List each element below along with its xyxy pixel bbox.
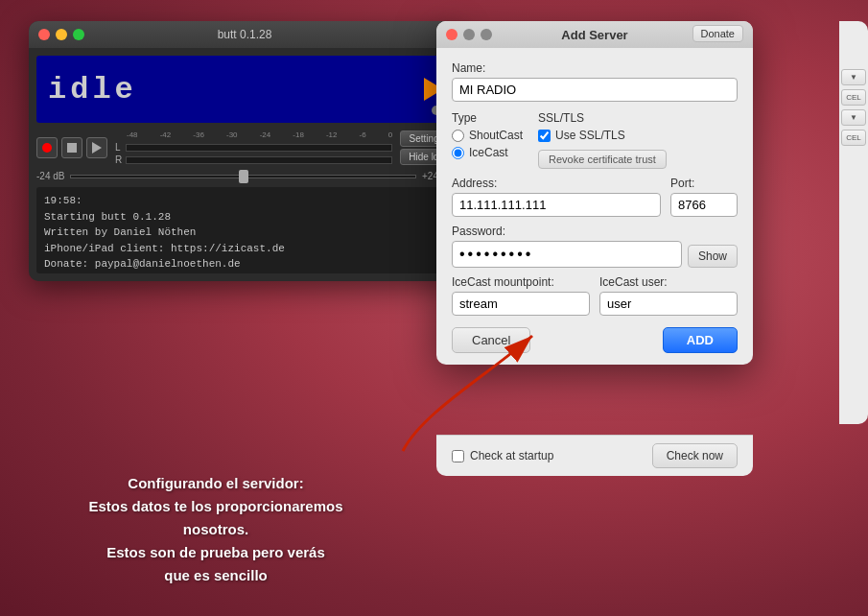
vol-label-left: -24 dB: [36, 171, 64, 181]
log-line-4: iPhone/iPad client: https://izicast.de: [44, 241, 445, 257]
dialog-title: Add Server: [561, 28, 627, 42]
record-button[interactable]: [36, 137, 58, 158]
password-input[interactable]: [452, 241, 682, 268]
mountpoint-input[interactable]: [452, 292, 590, 316]
dialog-max-btn[interactable]: [481, 29, 492, 40]
port-input[interactable]: [670, 193, 738, 217]
address-column: Address:: [452, 177, 661, 217]
shoutcast-radio-row: ShoutCast: [452, 129, 523, 142]
use-ssl-checkbox[interactable]: [538, 130, 551, 142]
dialog-body: Name: Type ShoutCast IceCast SSL/TLS U: [436, 48, 753, 365]
rpanel-btn-1[interactable]: ▼: [841, 69, 866, 85]
butt-titlebar: butt 0.1.28: [29, 21, 460, 48]
name-input[interactable]: [452, 78, 738, 102]
vu-scale: -48 -42 -36 -30 -24 -18 -12 -6 0: [115, 130, 392, 139]
butt-window: butt 0.1.28 idle -48 -42 -36 -30 -24 -18…: [29, 21, 460, 281]
type-label: Type: [452, 111, 523, 125]
cancel-button[interactable]: Cancel: [452, 327, 530, 353]
password-column: Password:: [452, 225, 682, 268]
record-dot-icon: [42, 143, 52, 153]
dialog-buttons: Cancel ADD: [452, 327, 738, 353]
ssl-column: SSL/TLS Use SSL/TLS Revoke certificate t…: [538, 111, 738, 169]
dialog-titlebar: Add Server Donate: [436, 21, 753, 48]
use-ssl-label: Use SSL/TLS: [555, 129, 625, 142]
check-startup-row: Check at startup: [452, 449, 553, 462]
butt-window-title: butt 0.1.28: [218, 28, 272, 41]
dialog-min-btn[interactable]: [463, 29, 475, 40]
add-button[interactable]: ADD: [663, 327, 738, 353]
volume-slider[interactable]: [70, 175, 416, 178]
user-column: IceCast user:: [599, 275, 738, 316]
add-server-dialog: Add Server Donate Name: Type ShoutCast I…: [436, 21, 753, 365]
vu-scale-label: -30: [226, 130, 238, 139]
port-column: Port:: [670, 177, 738, 217]
address-label: Address:: [452, 177, 661, 190]
vu-label-l: L: [115, 142, 123, 153]
password-label: Password:: [452, 225, 682, 238]
shoutcast-radio[interactable]: [452, 130, 464, 142]
volume-row: -24 dB +24 dB: [29, 169, 460, 187]
donate-button[interactable]: Donate: [692, 25, 743, 42]
dialog-window-controls: [446, 29, 492, 40]
stop-button[interactable]: [61, 137, 82, 158]
icecast-radio[interactable]: [452, 147, 464, 159]
vu-scale-label: -6: [360, 130, 366, 139]
vu-bar-r: [126, 156, 392, 164]
vu-bar-l: [126, 144, 392, 152]
address-input[interactable]: [452, 193, 661, 217]
vu-scale-label: -18: [293, 130, 304, 139]
vu-label-r: R: [115, 154, 123, 165]
butt-max-btn[interactable]: [73, 29, 84, 40]
mountpoint-column: IceCast mountpoint:: [452, 275, 590, 316]
icecast-label: IceCast: [469, 146, 508, 159]
revoke-btn[interactable]: Revoke certificate trust: [538, 150, 667, 169]
password-row: Password: Show: [452, 225, 738, 268]
use-ssl-row: Use SSL/TLS: [538, 129, 738, 142]
vu-scale-label: -24: [260, 130, 271, 139]
rpanel-btn-cel2[interactable]: CEL: [841, 130, 866, 146]
vu-row-l: L: [115, 142, 392, 153]
mountpoint-user-row: IceCast mountpoint: IceCast user:: [452, 275, 738, 316]
log-line-5: Donate: paypal@danielnoethen.de: [44, 256, 445, 272]
rpanel-btn-cel1[interactable]: CEL: [841, 89, 866, 106]
icecast-radio-row: IceCast: [452, 146, 523, 159]
type-ssl-row: Type ShoutCast IceCast SSL/TLS Use SSL/T…: [452, 111, 738, 169]
check-now-button[interactable]: Check now: [652, 443, 738, 468]
port-label: Port:: [670, 177, 738, 190]
type-column: Type ShoutCast IceCast: [452, 111, 523, 169]
check-startup-label: Check at startup: [470, 449, 553, 462]
log-line-3: Written by Daniel Nöthen: [44, 225, 445, 241]
vu-scale-label: -12: [326, 130, 338, 139]
rpanel-btn-2[interactable]: ▼: [841, 109, 866, 126]
show-password-btn[interactable]: Show: [688, 245, 738, 268]
vu-scale-label: -42: [160, 130, 172, 139]
vu-meter: -48 -42 -36 -30 -24 -18 -12 -6 0 L R: [111, 130, 396, 165]
play-triangle-icon: [92, 142, 102, 154]
volume-thumb: [239, 170, 248, 183]
log-line-1: 19:58:: [44, 193, 445, 209]
butt-window-controls: [38, 29, 84, 40]
right-panel: ▼ CEL ▼ CEL: [839, 21, 868, 424]
annotation-text: Configurando el servidor: Estos datos te…: [29, 472, 403, 587]
log-area: 19:58: Starting butt 0.1.28 Written by D…: [36, 187, 453, 273]
vu-row-r: R: [115, 154, 392, 165]
check-area: Check at startup Check now: [436, 435, 753, 476]
transport-row: -48 -42 -36 -30 -24 -18 -12 -6 0 L R Set…: [29, 127, 460, 169]
user-input[interactable]: [599, 292, 738, 316]
annotation-line-5: que es sencillo: [29, 564, 403, 587]
mountpoint-label: IceCast mountpoint:: [452, 275, 590, 289]
dialog-close-btn[interactable]: [446, 29, 457, 40]
annotation-line-3: nosotros.: [29, 518, 403, 541]
check-startup-checkbox[interactable]: [452, 450, 464, 462]
annotation-line-2: Estos datos te los proporcionaremos: [29, 495, 403, 518]
play-button[interactable]: [86, 137, 107, 158]
butt-close-btn[interactable]: [38, 29, 50, 40]
annotation-line-1: Configurando el servidor:: [29, 472, 403, 495]
butt-min-btn[interactable]: [56, 29, 67, 40]
annotation-line-4: Estos son de prueba pero verás: [29, 541, 403, 564]
stop-square-icon: [67, 143, 77, 153]
ssl-label: SSL/TLS: [538, 111, 738, 125]
vu-scale-label: -36: [193, 130, 204, 139]
log-line-2: Starting butt 0.1.28: [44, 209, 445, 225]
idle-text: idle: [48, 72, 137, 107]
